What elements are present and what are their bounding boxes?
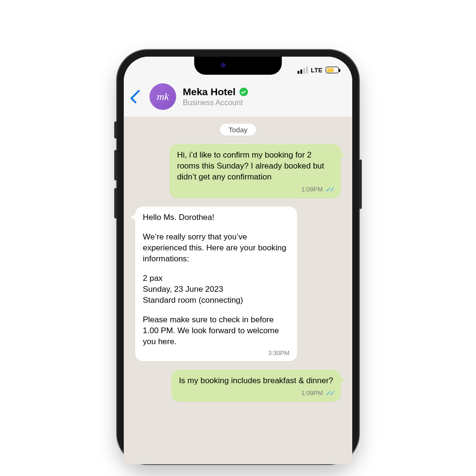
volume-up-button[interactable] xyxy=(114,150,117,180)
chat-body[interactable]: Today Hi, i’d like to confirm my booking… xyxy=(124,117,352,464)
message-text: 2 pax Sunday, 23 June 2023 Standard room… xyxy=(143,273,289,306)
chat-header: mk Meka Hotel Business Account xyxy=(124,79,352,117)
message-row: Hello Ms. Dorothea! We’re really sorry t… xyxy=(132,207,344,361)
phone-notch xyxy=(194,57,282,75)
back-icon[interactable] xyxy=(130,89,144,104)
outgoing-message[interactable]: Is my booking includes breakfast & dinne… xyxy=(171,370,341,402)
phone-frame: LTE mk Meka Hotel Business Account Today xyxy=(117,50,359,464)
outgoing-message[interactable]: Hi, i’d like to confirm my booking for 2… xyxy=(169,144,341,198)
phone-screen: LTE mk Meka Hotel Business Account Today xyxy=(124,57,352,464)
power-button[interactable] xyxy=(359,159,362,209)
read-receipt-icon: ✓✓ xyxy=(326,388,333,398)
contact-name[interactable]: Meka Hotel xyxy=(183,86,236,98)
message-time: 3:30PM xyxy=(268,349,289,357)
message-text: Hi, i’d like to confirm my booking for 2… xyxy=(177,150,333,183)
date-separator: Today xyxy=(220,124,256,136)
avatar[interactable]: mk xyxy=(149,83,176,110)
message-text: We’re really sorry that you’ve experienc… xyxy=(143,232,289,265)
contact-subtitle: Business Account xyxy=(183,99,248,107)
message-text: Please make sure to check in before 1.00… xyxy=(143,315,289,347)
verified-badge-icon xyxy=(239,88,248,96)
silence-switch[interactable] xyxy=(114,121,117,139)
battery-icon xyxy=(326,67,339,73)
incoming-message[interactable]: Hello Ms. Dorothea! We’re really sorry t… xyxy=(135,207,297,361)
message-row: Is my booking includes breakfast & dinne… xyxy=(132,370,344,402)
message-row: Hi, i’d like to confirm my booking for 2… xyxy=(132,144,344,198)
read-receipt-icon: ✓✓ xyxy=(326,185,333,194)
message-time: 1:09PM xyxy=(301,185,323,194)
message-text: Hello Ms. Dorothea! xyxy=(143,212,289,223)
volume-down-button[interactable] xyxy=(114,188,117,218)
message-time: 1:09PM xyxy=(301,389,323,397)
message-text: Is my booking includes breakfast & dinne… xyxy=(179,376,333,387)
cell-signal-icon xyxy=(298,67,308,74)
network-label: LTE xyxy=(311,67,323,74)
